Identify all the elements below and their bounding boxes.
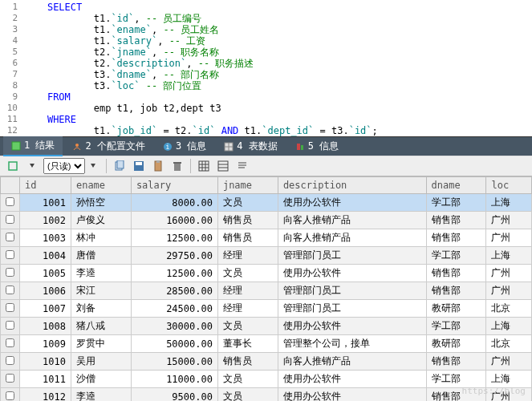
code-content[interactable]: FROM xyxy=(24,91,71,103)
code-line[interactable]: 4 t1.`salary`, -- 工资 xyxy=(0,35,532,47)
row-checkbox[interactable] xyxy=(6,303,14,312)
tab-1结果[interactable]: 1 结果 xyxy=(3,136,63,156)
cell-loc[interactable]: 广州 xyxy=(486,282,532,300)
code-content[interactable]: t1.`id`, -- 员工编号 xyxy=(24,13,201,24)
table-row[interactable]: 1010吴用15000.00销售员向客人推销产品销售部广州 xyxy=(1,353,532,371)
cell-jname[interactable]: 文员 xyxy=(217,265,278,282)
cell-jname[interactable]: 经理 xyxy=(217,282,278,300)
code-line[interactable]: 2 t1.`id`, -- 员工编号 xyxy=(0,13,532,24)
cell-jname[interactable]: 文员 xyxy=(217,371,278,388)
cell-ename[interactable]: 卢俊义 xyxy=(71,212,131,229)
cell-loc[interactable]: 广州 xyxy=(486,229,532,247)
table-row[interactable]: 1009罗贯中50000.00董事长管理整个公司，接单教研部北京 xyxy=(1,335,532,353)
cell-salary[interactable]: 12500.00 xyxy=(131,265,217,282)
column-header[interactable] xyxy=(1,177,20,194)
table-row[interactable]: 1004唐僧29750.00经理管理部门员工学工部上海 xyxy=(1,247,532,265)
tab-5信息[interactable]: 5 信息 xyxy=(287,137,347,156)
cell-ename[interactable]: 李逵 xyxy=(71,388,131,402)
code-line[interactable]: 6 t2.`description`, -- 职务描述 xyxy=(0,58,532,69)
cell-id[interactable]: 1008 xyxy=(20,318,71,335)
cell-description[interactable]: 向客人推销产品 xyxy=(278,353,426,371)
cell-ename[interactable]: 吴用 xyxy=(71,353,131,371)
result-grid[interactable]: idenamesalaryjnamedescriptiondnameloc100… xyxy=(0,176,532,401)
table-row[interactable]: 1006宋江28500.00经理管理部门员工销售部广州 xyxy=(1,282,532,300)
cell-id[interactable]: 1007 xyxy=(20,300,71,318)
cell-salary[interactable]: 11000.00 xyxy=(131,371,217,388)
cell-jname[interactable]: 经理 xyxy=(217,300,278,318)
export-button[interactable] xyxy=(5,158,21,174)
code-line[interactable]: 3 t1.`ename`, -- 员工姓名 xyxy=(0,24,532,35)
cell-id[interactable]: 1011 xyxy=(20,371,71,388)
cell-loc[interactable]: 上海 xyxy=(486,194,532,212)
row-checkbox[interactable] xyxy=(6,356,14,365)
cell-ename[interactable]: 沙僧 xyxy=(71,371,131,388)
code-content[interactable]: WHERE xyxy=(24,114,76,125)
row-checkbox[interactable] xyxy=(6,250,14,259)
cell-jname[interactable]: 文员 xyxy=(217,388,278,402)
cell-jname[interactable]: 经理 xyxy=(217,247,278,265)
table-row[interactable]: 1005李逵12500.00文员使用办公软件销售部广州 xyxy=(1,265,532,282)
cell-salary[interactable]: 30000.00 xyxy=(131,318,217,335)
cell-description[interactable]: 管理部门员工 xyxy=(278,282,426,300)
column-header[interactable]: loc xyxy=(486,177,532,194)
cell-salary[interactable]: 16000.00 xyxy=(131,212,217,229)
cell-id[interactable]: 1003 xyxy=(20,229,71,247)
row-checkbox[interactable] xyxy=(6,286,14,294)
cell-salary[interactable]: 12500.00 xyxy=(131,229,217,247)
code-line[interactable]: 9 FROM xyxy=(0,91,532,103)
code-line[interactable]: 12 t1.`job_id` = t2.`id` AND t1.`dept_id… xyxy=(0,125,532,136)
cell-loc[interactable]: 广州 xyxy=(486,212,532,229)
code-content[interactable]: t1.`ename`, -- 员工姓名 xyxy=(24,24,219,35)
column-header[interactable]: dname xyxy=(426,177,486,194)
table-row[interactable]: 1001孙悟空8000.00文员使用办公软件学工部上海 xyxy=(1,194,532,212)
cell-dname[interactable]: 销售部 xyxy=(426,212,486,229)
column-header[interactable]: id xyxy=(20,177,71,194)
cell-salary[interactable]: 24500.00 xyxy=(131,300,217,318)
table-row[interactable]: 1002卢俊义16000.00销售员向客人推销产品销售部广州 xyxy=(1,212,532,229)
cell-ename[interactable]: 林冲 xyxy=(71,229,131,247)
cell-salary[interactable]: 28500.00 xyxy=(131,282,217,300)
cell-description[interactable]: 使用办公软件 xyxy=(278,265,426,282)
cell-id[interactable]: 1012 xyxy=(20,388,71,402)
cell-salary[interactable]: 50000.00 xyxy=(131,335,217,353)
cell-loc[interactable]: 广州 xyxy=(486,265,532,282)
cell-description[interactable]: 使用办公软件 xyxy=(278,388,426,402)
row-checkbox[interactable] xyxy=(6,374,14,383)
dropdown-button[interactable] xyxy=(24,158,40,174)
cell-dname[interactable]: 销售部 xyxy=(426,282,486,300)
row-checkbox[interactable] xyxy=(6,197,14,206)
tab-2个配置文件[interactable]: 2 个配置文件 xyxy=(64,137,152,156)
table-row[interactable]: 1012李逵9500.00文员使用办公软件销售部广州 xyxy=(1,388,532,402)
row-checkbox[interactable] xyxy=(6,233,14,241)
cell-id[interactable]: 1002 xyxy=(20,212,71,229)
cell-jname[interactable]: 销售员 xyxy=(217,353,278,371)
tab-3信息[interactable]: i3 信息 xyxy=(155,137,214,156)
cell-salary[interactable]: 9500.00 xyxy=(131,388,217,402)
cell-dname[interactable]: 销售部 xyxy=(426,229,486,247)
code-content[interactable]: t1.`job_id` = t2.`id` AND t1.`dept_id` =… xyxy=(24,125,378,136)
table-row[interactable]: 1007刘备24500.00经理管理部门员工教研部北京 xyxy=(1,300,532,318)
cell-ename[interactable]: 李逵 xyxy=(71,265,131,282)
cell-dname[interactable]: 销售部 xyxy=(426,265,486,282)
row-checkbox[interactable] xyxy=(6,268,14,277)
code-line[interactable]: 1 SELECT xyxy=(0,2,532,13)
cell-salary[interactable]: 15000.00 xyxy=(131,353,217,371)
cell-loc[interactable]: 广州 xyxy=(486,353,532,371)
cell-dname[interactable]: 学工部 xyxy=(426,247,486,265)
code-line[interactable]: 10 emp t1, job t2,dept t3 xyxy=(0,103,532,114)
cell-description[interactable]: 使用办公软件 xyxy=(278,371,426,388)
cell-id[interactable]: 1005 xyxy=(20,265,71,282)
cell-ename[interactable]: 孙悟空 xyxy=(71,194,131,212)
mode-selector[interactable]: (只读) xyxy=(43,158,85,174)
save-button[interactable] xyxy=(131,158,147,174)
cell-id[interactable]: 1001 xyxy=(20,194,71,212)
cell-ename[interactable]: 罗贯中 xyxy=(71,335,131,353)
row-checkbox[interactable] xyxy=(6,391,14,400)
sql-editor[interactable]: 1 SELECT2 t1.`id`, -- 员工编号3 t1.`ename`, … xyxy=(0,0,532,136)
code-content[interactable]: emp t1, job t2,dept t3 xyxy=(24,103,221,114)
column-header[interactable]: salary xyxy=(131,177,217,194)
code-line[interactable]: 11 WHERE xyxy=(0,114,532,125)
cell-id[interactable]: 1010 xyxy=(20,353,71,371)
mode-dropdown[interactable] xyxy=(85,158,101,174)
row-checkbox[interactable] xyxy=(6,338,14,347)
